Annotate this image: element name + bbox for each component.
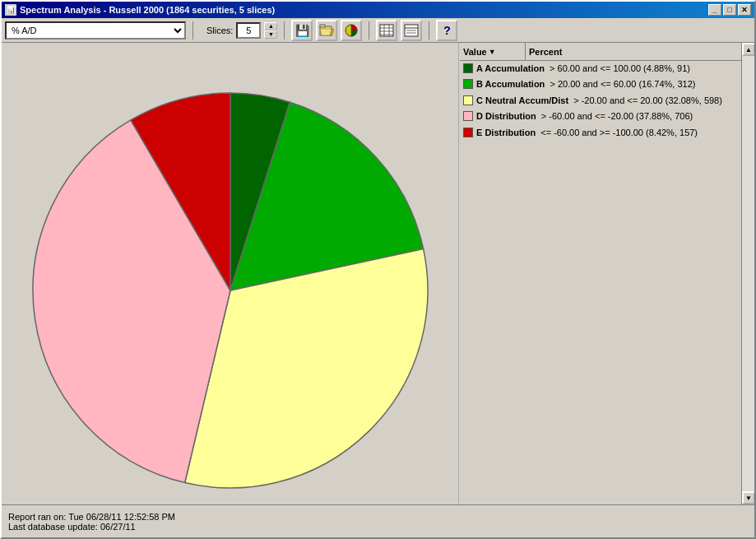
legend-color-swatch [463, 95, 473, 105]
title-bar: 📊 Spectrum Analysis - Russell 2000 (1864… [2, 2, 754, 18]
legend-item-text: A Accumulation > 60.00 and <= 100.00 (4.… [476, 63, 690, 75]
legend-item: B Accumulation > 20.00 and <= 60.00 (16.… [460, 77, 741, 92]
legend-color-swatch [463, 111, 473, 121]
legend-item: D Distribution > -60.00 and <= -20.00 (3… [460, 109, 741, 124]
legend-header: Value ▼ Percent [460, 43, 741, 61]
pie-chart-svg [8, 52, 452, 496]
separator-3 [369, 21, 369, 39]
legend-percent-header[interactable]: Percent [526, 43, 741, 60]
legend-value-header[interactable]: Value ▼ [460, 43, 526, 60]
legend-items: A Accumulation > 60.00 and <= 100.00 (4.… [460, 61, 741, 504]
legend-item: C Neutral Accum/Dist > -20.00 and <= 20.… [460, 93, 741, 109]
slices-input[interactable] [236, 22, 261, 39]
slices-up-button[interactable]: ▲ [264, 22, 277, 30]
legend-color-swatch [463, 128, 473, 137]
scroll-down-button[interactable]: ▼ [742, 491, 754, 504]
open-button[interactable] [316, 20, 337, 41]
title-bar-buttons: _ □ ✕ [708, 4, 751, 16]
separator-1 [192, 21, 193, 39]
legend-item: A Accumulation > 60.00 and <= 100.00 (4.… [460, 61, 741, 77]
table-button[interactable] [401, 20, 422, 41]
legend-item-text: D Distribution > -60.00 and <= -20.00 (3… [476, 110, 693, 123]
grid-button[interactable] [376, 20, 397, 41]
svg-rect-1 [320, 25, 325, 27]
scroll-up-button[interactable]: ▲ [742, 43, 754, 56]
slices-label: Slices: [206, 26, 233, 35]
scroll-track[interactable] [742, 56, 754, 491]
legend-panel: Value ▼ Percent A Accumulation > 60.00 a… [459, 43, 741, 504]
slices-spinner: ▲ ▼ [264, 22, 277, 39]
pie-chart-button[interactable] [341, 20, 362, 41]
minimize-button[interactable]: _ [708, 4, 721, 16]
legend-item-text: C Neutral Accum/Dist > -20.00 and <= 20.… [476, 95, 722, 107]
scrollbar-vertical: ▲ ▼ [741, 43, 754, 504]
legend-item-text: B Accumulation > 20.00 and <= 60.00 (16.… [476, 78, 696, 91]
metric-dropdown[interactable]: % A/D [5, 21, 186, 39]
legend-item-text: E Distribution <= -60.00 and >= -100.00 … [476, 127, 698, 139]
window-icon: 📊 [5, 4, 16, 16]
separator-2 [284, 21, 285, 39]
slices-down-button[interactable]: ▼ [264, 30, 277, 39]
chart-area [2, 43, 458, 504]
legend-item: E Distribution <= -60.00 and >= -100.00 … [460, 125, 741, 141]
legend-color-swatch [463, 79, 473, 89]
separator-4 [429, 21, 429, 39]
close-button[interactable]: ✕ [738, 4, 751, 16]
legend-color-swatch [463, 63, 473, 73]
report-ran-label: Report ran on: Tue 06/28/11 12:52:58 PM [8, 512, 748, 522]
maximize-button[interactable]: □ [723, 4, 736, 16]
main-window: 📊 Spectrum Analysis - Russell 2000 (1864… [0, 0, 756, 539]
last-update-label: Last database update: 06/27/11 [8, 522, 748, 532]
toolbar: % A/D Slices: ▲ ▼ 💾 [2, 18, 754, 43]
status-bar: Report ran on: Tue 06/28/11 12:52:58 PM … [2, 504, 754, 537]
window-title: Spectrum Analysis - Russell 2000 (1864 s… [20, 5, 708, 15]
help-button[interactable]: ? [436, 20, 457, 41]
save-button[interactable]: 💾 [291, 20, 313, 41]
sort-icon: ▼ [489, 48, 496, 56]
